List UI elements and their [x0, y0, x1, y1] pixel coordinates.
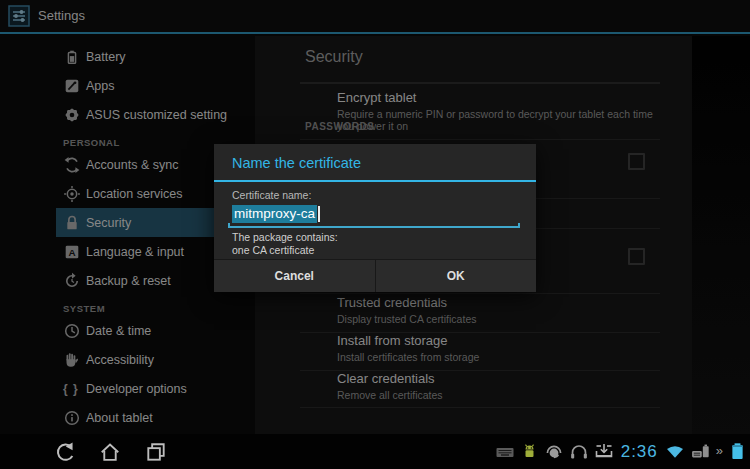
sidebar-item-label: Apps: [86, 79, 115, 93]
pref-subtitle: Install certificates from storage: [337, 351, 660, 363]
sidebar-item-label: Location services: [86, 187, 183, 201]
status-tray[interactable]: 2:36»: [495, 434, 747, 469]
sidebar-item-label: Accounts & sync: [86, 158, 178, 172]
clock-icon: [56, 322, 86, 340]
status-clock: 2:36: [621, 442, 658, 462]
pref-title: Trusted credentials: [337, 295, 660, 310]
home-button[interactable]: [94, 434, 126, 469]
sidebar-item-label: Backup & reset: [86, 274, 171, 288]
gear-icon: [56, 106, 86, 124]
backup-icon: [56, 272, 86, 290]
ok-button[interactable]: OK: [375, 260, 537, 292]
recents-icon: [145, 441, 167, 463]
lock-icon: [56, 214, 86, 232]
back-icon: [53, 441, 75, 463]
make-passwords-visible-checkbox[interactable]: [628, 153, 645, 170]
name-certificate-dialog: Name the certificate Certificate name: m…: [214, 144, 536, 292]
sidebar-item-label: Language & input: [86, 245, 184, 259]
svg-text:A: A: [68, 246, 75, 257]
sidebar-item-label: ASUS customized setting: [86, 108, 227, 122]
input-underline: [228, 226, 520, 228]
content-title: Security: [305, 48, 363, 66]
battery-icon: [56, 48, 86, 66]
pref-subtitle: Remove all certificates: [337, 389, 660, 401]
install-from-storage-row[interactable]: Install from storageInstall certificates…: [337, 333, 660, 369]
developer-icon: { }: [56, 382, 86, 396]
sidebar-item-label: Security: [86, 216, 131, 230]
sidebar-item-label: Developer options: [86, 382, 187, 396]
divider: [300, 139, 660, 140]
wifi-icon: [665, 442, 685, 462]
certificate-name-input[interactable]: mitmproxy-ca: [232, 204, 518, 225]
sync-icon: [56, 156, 86, 174]
back-button[interactable]: [48, 434, 80, 469]
sidebar-item-apps[interactable]: Apps: [56, 71, 252, 100]
pref-title: Clear credentials: [337, 371, 660, 386]
encrypt-tablet-row[interactable]: Encrypt tablet Require a numeric PIN or …: [337, 90, 660, 132]
divider: [300, 407, 660, 408]
page-title: Settings: [38, 0, 85, 32]
recents-button[interactable]: [140, 434, 172, 469]
certificate-name-value: mitmproxy-ca: [232, 205, 317, 223]
pref-subtitle: Display trusted CA certificates: [337, 313, 660, 325]
system-bar: 2:36»: [0, 434, 750, 469]
dock-battery-icon: [690, 441, 711, 462]
clear-credentials-row[interactable]: Clear credentialsRemove all certificates: [337, 371, 660, 407]
sidebar-item-accessibility[interactable]: Accessibility: [56, 345, 252, 374]
package-contents-value: one CA certificate: [232, 244, 518, 257]
unknown-sources-checkbox[interactable]: [628, 248, 645, 265]
settings-app-icon: [8, 5, 30, 27]
sidebar-section-header: SYSTEM: [56, 295, 252, 316]
headphones-icon: [569, 442, 589, 462]
tablet-screen: Settings BatteryAppsASUS customized sett…: [0, 0, 750, 469]
download-icon: [594, 442, 614, 462]
content-right-margin: [692, 36, 750, 434]
headset-icon: [544, 442, 564, 462]
sidebar-item-battery[interactable]: Battery: [56, 42, 252, 71]
location-icon: [56, 185, 86, 203]
encrypt-tablet-subtitle: Require a numeric PIN or password to dec…: [337, 108, 660, 132]
sidebar-item-about-tablet[interactable]: About tablet: [56, 403, 252, 432]
passwords-section-label: PASSWORDS: [305, 121, 374, 132]
encrypt-tablet-title: Encrypt tablet: [337, 90, 660, 105]
sidebar-item-label: Accessibility: [86, 353, 154, 367]
keyboard-icon: [495, 442, 515, 462]
sidebar-item-date-time[interactable]: Date & time: [56, 316, 252, 345]
chevrons-right-icon: »: [716, 444, 723, 457]
home-icon: [99, 441, 121, 463]
package-contains-label: The package contains:: [232, 231, 518, 244]
trusted-credentials-row[interactable]: Trusted credentialsDisplay trusted CA ce…: [337, 295, 660, 331]
sidebar-item-label: Battery: [86, 50, 126, 64]
action-bar: Settings: [0, 0, 750, 34]
sidebar-item-asus-customized-setting[interactable]: ASUS customized setting: [56, 100, 252, 129]
accessibility-icon: [56, 351, 86, 369]
sidebar-item-label: Date & time: [86, 324, 151, 338]
apps-icon: [56, 77, 86, 95]
divider: [300, 293, 660, 294]
divider: [300, 82, 660, 84]
dialog-button-bar: Cancel OK: [214, 259, 536, 292]
pref-title: Install from storage: [337, 333, 660, 348]
battery-status-icon: [728, 442, 747, 461]
sidebar-item-label: About tablet: [86, 411, 153, 425]
language-icon: A: [56, 243, 86, 261]
info-icon: [56, 409, 86, 427]
certificate-name-label: Certificate name:: [232, 189, 518, 201]
dialog-title: Name the certificate: [214, 144, 536, 180]
sidebar-item-developer-options[interactable]: { }Developer options: [56, 374, 252, 403]
android-debug-icon: [520, 442, 539, 461]
cancel-button[interactable]: Cancel: [214, 260, 375, 292]
text-caret: [318, 206, 320, 222]
